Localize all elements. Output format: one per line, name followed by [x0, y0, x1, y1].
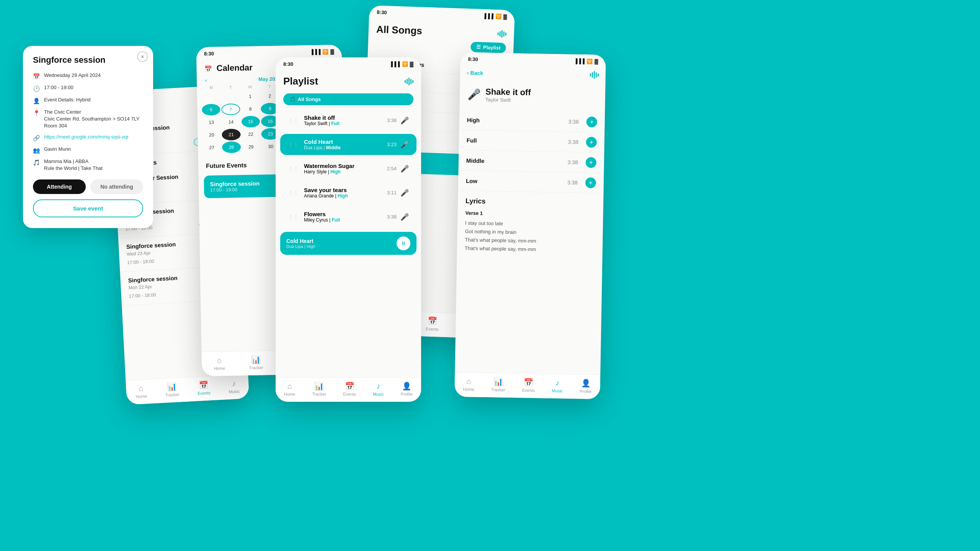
person-icon: 👤	[33, 97, 40, 105]
back-button[interactable]: ‹ Back	[467, 70, 483, 76]
cal-day-1[interactable]: 1	[241, 91, 260, 103]
home-icon: ⌂	[217, 356, 222, 365]
save-event-button[interactable]: Save event	[33, 199, 143, 217]
song-row-shake[interactable]: ⋮⋮ Shake it off Taylor Swift | Full 3:38…	[280, 110, 416, 131]
cal-day-28[interactable]: 28	[222, 141, 241, 153]
cal-day-14[interactable]: 14	[222, 116, 240, 128]
no-attending-button[interactable]: No attending	[90, 179, 143, 194]
nav-music[interactable]: ♪Music	[552, 378, 563, 393]
session-location-row: 📍 The Civic Center Civic Center Rd, Sout…	[33, 109, 143, 130]
back-arrow-icon: ‹	[467, 70, 469, 76]
session-type-row: 👤 Event Details: Hybrid	[33, 96, 143, 105]
add-part-button[interactable]: +	[586, 157, 596, 168]
drag-handle: ⋮⋮	[288, 142, 299, 148]
session-time-row: 🕐 17:00 - 19:00	[33, 84, 143, 93]
part-row-low[interactable]: Low 3:38 +	[458, 171, 604, 194]
song-info: Cold Heart Dua Lipa | Middle	[304, 139, 383, 150]
tracker-icon: 📊	[167, 382, 177, 391]
nav-events[interactable]: 📅Events	[522, 378, 535, 393]
home-icon: ⌂	[287, 382, 292, 391]
mic-icon-large: 🎤	[467, 88, 481, 101]
attending-button[interactable]: Attending	[33, 179, 86, 194]
wifi-icon: 🛜	[402, 61, 408, 67]
tracker-icon: 📊	[251, 355, 261, 364]
part-row-full[interactable]: Full 3:38 +	[459, 130, 604, 153]
cal-day-22[interactable]: 22	[242, 129, 260, 140]
nav-tracker[interactable]: 📊Tracker	[491, 377, 506, 392]
nav-events[interactable]: 📅Events	[343, 381, 356, 396]
nav-home[interactable]: ⌂Home	[214, 356, 225, 371]
add-part-button[interactable]: +	[586, 137, 597, 148]
cal-day-13[interactable]: 13	[202, 116, 221, 128]
cal-day-8[interactable]: 8	[241, 103, 260, 115]
home-icon: ⌂	[466, 377, 471, 386]
mic-icon: 🎤	[400, 165, 409, 173]
playlist-tag-button[interactable]: ☰ Playlist	[470, 42, 506, 53]
nav-profile[interactable]: 👤Profile	[401, 381, 413, 396]
cal-day-27[interactable]: 27	[203, 142, 221, 153]
part-row-high[interactable]: High 3:38 +	[459, 110, 605, 133]
all-songs-button[interactable]: 🎵 All Songs	[283, 93, 413, 105]
cal-day-21[interactable]: 21	[222, 129, 241, 140]
nav-home[interactable]: ⌂Home	[463, 377, 474, 392]
signal-icon: ▐▐▐	[483, 13, 493, 19]
nav-tracker[interactable]: 📊Tracker	[249, 355, 263, 370]
session-title: Singforce session	[33, 55, 143, 65]
song-detail-phone: 8:30 ▐▐▐ 🛜 ▓ ‹ Back 🎤 Shake it off Taylo…	[454, 52, 606, 399]
calendar-icon: 📅	[204, 66, 212, 72]
attendance-buttons: Attending No attending	[33, 179, 143, 194]
battery-icon: ▓	[410, 61, 413, 67]
drag-handle: ⋮⋮	[288, 117, 299, 124]
cal-day-20[interactable]: 20	[202, 129, 221, 141]
close-button[interactable]: ×	[137, 51, 148, 62]
battery-icon: ▓	[330, 49, 334, 54]
wifi-icon: 🛜	[586, 59, 593, 64]
cal-day-29[interactable]: 29	[242, 141, 260, 153]
song-detail-header: ‹ Back	[460, 64, 606, 84]
meeting-link[interactable]: https://meet.google.com/mmq-sqsi-vqr	[44, 134, 129, 140]
profile-icon: 👤	[402, 381, 412, 391]
song-row-save[interactable]: ⋮⋮ Save your tears Ariana Grande | High …	[280, 182, 416, 203]
song-row-watermelon[interactable]: ⋮⋮ Watermelon Sugar Harry Style | High 2…	[280, 158, 416, 179]
profile-icon: 👤	[581, 378, 590, 388]
nav-music[interactable]: ♪Music	[228, 379, 240, 394]
clock-icon: 🕐	[33, 85, 40, 93]
song-info: Save your tears Ariana Grande | High	[304, 187, 383, 199]
nav-events[interactable]: 📅Events	[426, 316, 439, 331]
battery-icon: ▓	[503, 14, 507, 20]
song-row-flowers[interactable]: ⋮⋮ Flowers Miley Cyrus | Full 3:38 🎤	[280, 206, 416, 227]
session-date-row: 📅 Wednesday 29 April 2024	[33, 72, 143, 80]
bottom-nav-song: ⌂Home 📊Tracker 📅Events ♪Music 👤Profile	[454, 372, 600, 399]
song-info: Flowers Miley Cyrus | Full	[304, 211, 383, 223]
tracker-icon: 📊	[493, 377, 503, 386]
nav-tracker[interactable]: 📊Tracker	[312, 381, 326, 396]
nav-home[interactable]: ⌂Home	[284, 382, 295, 396]
song-row-coldheart[interactable]: ⋮⋮ Cold Heart Dua Lipa | Middle 3:23 🎤	[280, 134, 416, 155]
add-part-button[interactable]: +	[586, 117, 597, 127]
song-info: Watermelon Sugar Harry Style | High	[304, 163, 383, 174]
nav-tracker[interactable]: 📊Tracker	[165, 382, 180, 398]
part-row-middle[interactable]: Middle 3:38 +	[458, 150, 604, 173]
mic-icon: 🎤	[400, 189, 409, 197]
home-icon: ⌂	[138, 384, 143, 393]
nav-events[interactable]: 📅Events	[197, 380, 211, 396]
lyrics-section: Lyrics Verse 1 I stay out too late Got n…	[457, 191, 603, 261]
events-icon: 📅	[428, 316, 438, 326]
nav-profile[interactable]: 👤Profile	[580, 378, 592, 394]
cal-day-7[interactable]: 7	[221, 103, 240, 115]
calendar-icon: 📅	[33, 72, 40, 80]
playlist-phone: 8:30 ▐▐▐ 🛜 ▓ Playlist 🎵 All Songs ⋮⋮ Sha…	[276, 57, 421, 402]
wifi-icon: 🛜	[495, 13, 502, 20]
drag-handle: ⋮⋮	[288, 166, 299, 172]
cal-day-6[interactable]: 6	[202, 104, 220, 116]
nav-home[interactable]: ⌂Home	[135, 384, 147, 399]
add-part-button[interactable]: +	[585, 177, 596, 188]
nav-music[interactable]: ♪Music	[373, 382, 384, 396]
pause-button[interactable]: ⏸	[397, 236, 410, 250]
prev-month-btn[interactable]: ‹	[205, 77, 207, 83]
battery-icon: ▓	[595, 59, 598, 64]
status-icons: ▐▐▐ 🛜 ▓	[389, 61, 413, 67]
status-bar-playlist: 8:30 ▐▐▐ 🛜 ▓	[276, 57, 421, 69]
signal-icon: ▐▐▐	[389, 61, 400, 67]
cal-day-15[interactable]: 15	[241, 116, 260, 128]
